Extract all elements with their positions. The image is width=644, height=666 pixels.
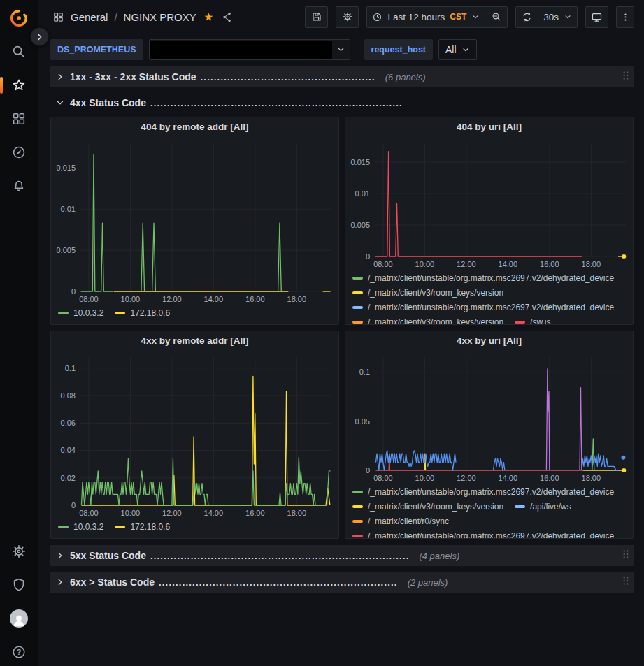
svg-text:18:00: 18:00 bbox=[287, 295, 307, 303]
datasource-variable-dropdown[interactable] bbox=[149, 39, 350, 60]
chevron-down-icon bbox=[336, 45, 345, 54]
explore-compass-icon[interactable] bbox=[9, 143, 29, 162]
legend-item[interactable]: /_matrix/client/unstable/org.matrix.msc2… bbox=[352, 300, 614, 314]
svg-text:14:00: 14:00 bbox=[204, 295, 224, 303]
svg-text:0.005: 0.005 bbox=[350, 221, 370, 229]
legend-swatch bbox=[352, 520, 363, 523]
favorite-star-icon[interactable] bbox=[203, 11, 215, 23]
legend-label: /_matrix/client/v3/room_keys/version bbox=[368, 502, 503, 512]
row-drag-handle[interactable] bbox=[622, 71, 629, 84]
legend-item[interactable]: /_matrix/client/unstable/org.matrix.msc2… bbox=[352, 484, 614, 499]
alerting-bell-icon[interactable] bbox=[9, 176, 29, 196]
legend-label: /_matrix/client/v3/room_keys/version bbox=[368, 288, 503, 298]
search-icon[interactable] bbox=[9, 42, 29, 61]
legend-label: 172.18.0.6 bbox=[130, 308, 170, 318]
legend-swatch bbox=[58, 526, 69, 528]
row-5xx-status-code[interactable]: 5xx Status Code ........................… bbox=[50, 545, 634, 566]
clock-icon bbox=[372, 12, 382, 22]
starred-dashboards-icon[interactable] bbox=[9, 75, 29, 95]
row-drag-handle[interactable] bbox=[622, 549, 629, 563]
svg-text:16:00: 16:00 bbox=[245, 295, 265, 303]
svg-text:0.005: 0.005 bbox=[56, 246, 76, 254]
panel-4xx-by-uri: 4xx by uri [All] 00.050.108:0010:0012:00… bbox=[345, 331, 634, 539]
expand-sidebar-button[interactable] bbox=[30, 27, 49, 46]
panel-title[interactable]: 404 by uri [All] bbox=[345, 117, 633, 137]
svg-text:0.06: 0.06 bbox=[61, 419, 76, 427]
svg-text:0.015: 0.015 bbox=[350, 158, 370, 166]
dashboard-settings-button[interactable] bbox=[336, 6, 359, 28]
timeseries-chart[interactable]: 00.050.108:0010:0012:0014:0016:0018:00 bbox=[345, 351, 633, 484]
svg-text:0: 0 bbox=[366, 252, 370, 261]
monitor-icon bbox=[591, 11, 603, 23]
legend-item[interactable]: /_matrix/client/r0/sync bbox=[352, 514, 449, 528]
legend-item[interactable]: 172.18.0.6 bbox=[115, 519, 170, 534]
user-avatar[interactable] bbox=[9, 609, 29, 628]
legend-item[interactable]: /_matrix/client/unstable/org.matrix.msc2… bbox=[352, 528, 614, 538]
settings-gear-icon[interactable] bbox=[9, 542, 29, 561]
legend-swatch bbox=[352, 491, 363, 493]
legend-swatch bbox=[115, 526, 125, 528]
save-dashboard-button[interactable] bbox=[305, 6, 328, 28]
legend-item[interactable]: 10.0.3.2 bbox=[58, 305, 103, 320]
svg-text:10:00: 10:00 bbox=[121, 295, 141, 303]
dashboards-icon[interactable] bbox=[9, 109, 29, 129]
chevron-right-icon bbox=[55, 577, 65, 587]
row-title: 6xx > Status Code bbox=[70, 577, 155, 588]
request-host-value: All bbox=[445, 44, 457, 55]
time-range-picker[interactable]: Last 12 hours CST bbox=[366, 6, 485, 28]
legend-label: /_matrix/client/unstable/org.matrix.msc2… bbox=[368, 487, 614, 497]
row-drag-handle[interactable] bbox=[622, 576, 629, 589]
svg-text:0.05: 0.05 bbox=[355, 417, 370, 426]
chart-legend: 10.0.3.2172.18.0.6 bbox=[51, 305, 338, 324]
breadcrumb-folder[interactable]: General bbox=[71, 11, 108, 23]
share-icon[interactable] bbox=[221, 11, 233, 23]
row-title: 5xx Status Code bbox=[70, 550, 146, 561]
legend-item[interactable]: /_matrix/client/v3/room_keys/version bbox=[352, 499, 503, 514]
refresh-button[interactable] bbox=[515, 6, 538, 28]
svg-text:0.01: 0.01 bbox=[61, 205, 76, 213]
legend-swatch bbox=[352, 321, 363, 324]
server-admin-shield-icon[interactable] bbox=[9, 575, 29, 595]
row-4xx-status-code[interactable]: 4xx Status Code ........................… bbox=[50, 93, 634, 113]
cycle-view-mode-button[interactable] bbox=[585, 6, 608, 28]
row-title: 4xx Status Code bbox=[70, 97, 146, 108]
timeseries-chart[interactable]: 00.0050.010.01508:0010:0012:0014:0016:00… bbox=[51, 137, 338, 305]
svg-text:08:00: 08:00 bbox=[79, 509, 99, 517]
legend-label: /_matrix/client/v3/room_keys/version bbox=[368, 317, 503, 325]
row-title-dots: ........................................… bbox=[159, 577, 398, 588]
legend-item[interactable]: /api/live/ws bbox=[515, 499, 571, 514]
legend-item[interactable]: 10.0.3.2 bbox=[58, 519, 103, 534]
chevron-right-icon bbox=[55, 551, 65, 560]
legend-item[interactable]: /_matrix/client/v3/room_keys/version bbox=[352, 285, 503, 300]
more-options-kebab-button[interactable] bbox=[616, 6, 634, 28]
row-panel-count: (4 panels) bbox=[419, 551, 459, 561]
svg-text:08:00: 08:00 bbox=[79, 295, 99, 303]
refresh-interval-picker[interactable]: 30s bbox=[538, 6, 578, 28]
help-icon[interactable]: ? bbox=[9, 642, 29, 662]
chevron-down-icon bbox=[471, 13, 480, 21]
grafana-logo[interactable] bbox=[9, 8, 29, 28]
legend-swatch bbox=[352, 535, 363, 537]
zoom-out-time-button[interactable] bbox=[485, 6, 508, 28]
row-6xx-status-code[interactable]: 6xx > Status Code ......................… bbox=[50, 572, 634, 593]
legend-item[interactable]: /sw.js bbox=[515, 314, 550, 324]
timeseries-chart[interactable]: 00.020.040.060.080.108:0010:0012:0014:00… bbox=[51, 351, 338, 519]
panel-title[interactable]: 4xx by uri [All] bbox=[345, 331, 633, 351]
request-host-variable-dropdown[interactable]: All bbox=[438, 39, 477, 60]
row-1xx-3xx-2xx-status-code[interactable]: 1xx - 3xx - 2xx Status Code ............… bbox=[50, 66, 634, 87]
active-section-indicator bbox=[0, 77, 3, 94]
legend-item[interactable]: /_matrix/client/v3/room_keys/version bbox=[352, 314, 503, 324]
chevron-down-icon bbox=[564, 13, 572, 21]
row-title: 1xx - 3xx - 2xx Status Code bbox=[70, 71, 196, 82]
chart-legend: /_matrix/client/unstable/org.matrix.msc2… bbox=[345, 484, 633, 538]
chevron-down-icon bbox=[461, 45, 470, 54]
dashboard-title[interactable]: NGINX PROXY bbox=[124, 11, 196, 23]
legend-item[interactable]: /_matrix/client/unstable/org.matrix.msc2… bbox=[352, 270, 614, 285]
legend-item[interactable]: 172.18.0.6 bbox=[115, 305, 170, 320]
panel-title[interactable]: 4xx by remote addr [All] bbox=[51, 331, 338, 351]
svg-text:0.1: 0.1 bbox=[65, 364, 76, 372]
timeseries-chart[interactable]: 00.0050.010.01508:0010:0012:0014:0016:00… bbox=[345, 137, 633, 270]
apps-grid-icon bbox=[52, 11, 64, 23]
svg-text:18:00: 18:00 bbox=[582, 260, 601, 268]
panel-title[interactable]: 404 by remote addr [All] bbox=[51, 117, 338, 137]
